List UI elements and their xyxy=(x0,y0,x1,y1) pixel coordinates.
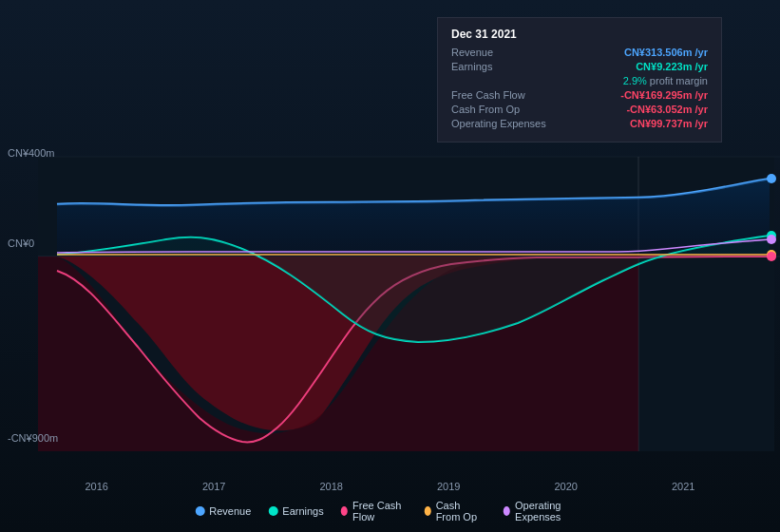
info-value-opex: CN¥99.737m /yr xyxy=(630,118,708,129)
svg-point-5 xyxy=(767,174,776,183)
legend-label-fcf: Free Cash Flow xyxy=(352,500,407,522)
x-axis-labels: 2016 2017 2018 2019 2020 2021 xyxy=(0,481,780,492)
legend-dot-cashfromop xyxy=(424,506,430,516)
info-label-cashfromop: Cash From Op xyxy=(451,104,565,115)
chart-legend: Revenue Earnings Free Cash Flow Cash Fro… xyxy=(195,500,585,522)
info-row-cashfromop: Cash From Op -CN¥63.052m /yr xyxy=(451,104,708,115)
svg-point-8 xyxy=(767,235,776,244)
legend-dot-opex xyxy=(504,506,510,516)
info-date: Dec 31 2021 xyxy=(451,28,708,41)
legend-label-revenue: Revenue xyxy=(209,505,251,517)
x-label-2019: 2019 xyxy=(437,481,460,492)
info-label-fcf: Free Cash Flow xyxy=(451,89,565,101)
x-label-2021: 2021 xyxy=(672,481,694,492)
legend-item-cashfromop: Cash From Op xyxy=(424,500,485,522)
legend-item-earnings: Earnings xyxy=(268,505,323,517)
legend-item-revenue: Revenue xyxy=(195,505,251,517)
info-row-fcf: Free Cash Flow -CN¥169.295m /yr xyxy=(451,89,708,101)
legend-label-opex: Operating Expenses xyxy=(515,500,585,522)
legend-item-opex: Operating Expenses xyxy=(504,500,585,522)
info-row-revenue: Revenue CN¥313.506m /yr xyxy=(451,47,708,58)
legend-label-earnings: Earnings xyxy=(282,505,323,517)
legend-dot-revenue xyxy=(195,506,204,516)
info-value-earnings: CN¥9.223m /yr xyxy=(636,61,708,72)
info-label-earnings: Earnings xyxy=(451,61,565,72)
info-value-revenue: CN¥313.506m /yr xyxy=(624,47,708,58)
info-value-fcf: -CN¥169.295m /yr xyxy=(620,89,708,101)
legend-label-cashfromop: Cash From Op xyxy=(436,500,486,522)
legend-dot-earnings xyxy=(268,506,277,516)
x-label-2018: 2018 xyxy=(320,481,343,492)
profit-margin-row: 2.9% profit margin xyxy=(451,75,708,86)
x-label-2020: 2020 xyxy=(555,481,578,492)
info-row-earnings: Earnings CN¥9.223m /yr xyxy=(451,61,708,72)
info-row-opex: Operating Expenses CN¥99.737m /yr xyxy=(451,118,708,129)
y-axis-mid-label: CN¥0 xyxy=(8,238,34,249)
y-axis-top-label: CN¥400m xyxy=(8,147,55,159)
y-axis-bot-label: -CN¥900m xyxy=(8,432,58,444)
legend-item-fcf: Free Cash Flow xyxy=(341,500,408,522)
legend-dot-fcf xyxy=(341,506,348,516)
svg-point-9 xyxy=(767,252,776,261)
x-label-2017: 2017 xyxy=(202,481,225,492)
profit-margin-value: 2.9% profit margin xyxy=(623,75,708,86)
info-label-opex: Operating Expenses xyxy=(451,118,565,129)
x-label-2016: 2016 xyxy=(86,481,108,492)
info-tooltip: Dec 31 2021 Revenue CN¥313.506m /yr Earn… xyxy=(437,17,722,142)
info-value-cashfromop: -CN¥63.052m /yr xyxy=(626,104,708,115)
info-label-revenue: Revenue xyxy=(451,47,565,58)
